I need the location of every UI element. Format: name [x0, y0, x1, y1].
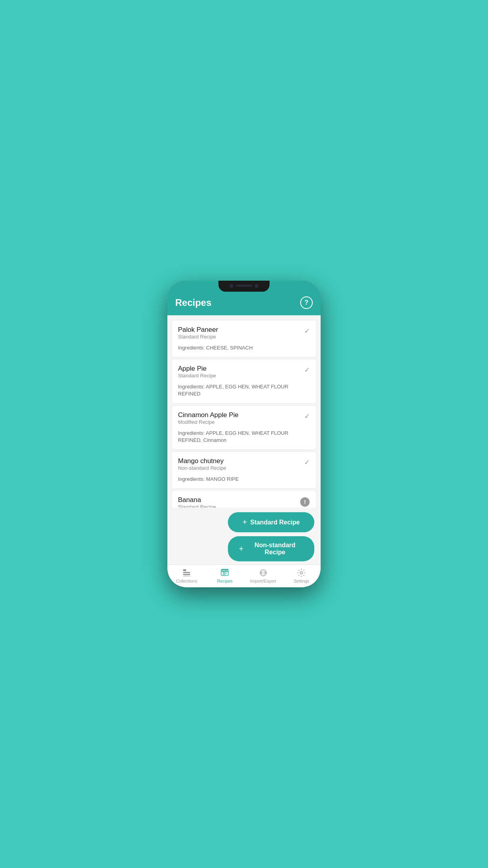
- notch: [218, 281, 270, 292]
- recipe-card-header: Palok Paneer Standard Recipe ✓: [178, 326, 310, 343]
- fab-area: + Standard Recipe + Non-standard Recipe: [167, 508, 321, 565]
- list-item[interactable]: Banana Standard Recipe ! Ingredients: BA…: [171, 490, 317, 508]
- recipe-type: Non-standard Recipe: [178, 465, 226, 471]
- recipe-type: Standard Recipe: [178, 334, 218, 340]
- help-button[interactable]: ?: [300, 296, 313, 309]
- svg-rect-5: [183, 576, 190, 576]
- recipe-card-header: Mango chutney Non-standard Recipe ✓: [178, 457, 310, 474]
- svg-rect-2: [183, 569, 186, 571]
- recipe-name: Banana: [178, 496, 216, 504]
- recipe-name: Palok Paneer: [178, 326, 218, 334]
- recipe-ingredients: Ingredients: CHEESE, SPINACH: [178, 344, 310, 351]
- recipe-ingredients: Ingredients: MANGO RIPE: [178, 476, 310, 483]
- recipe-card-header: Banana Standard Recipe !: [178, 496, 310, 508]
- recipe-info: Cinnamon Apple Pie Modified Recipe: [178, 411, 238, 428]
- nav-import-export[interactable]: Import/Export: [244, 565, 283, 587]
- notch-camera2: [255, 284, 259, 288]
- settings-icon: [297, 568, 306, 577]
- check-icon: ✓: [304, 458, 310, 467]
- nav-collections[interactable]: Collections: [167, 565, 206, 587]
- recipe-type: Modified Recipe: [178, 419, 238, 425]
- nonstandard-recipe-label: Non-standard Recipe: [247, 542, 303, 556]
- collections-icon: [182, 568, 191, 577]
- recipe-info: Apple Pie Standard Recipe: [178, 365, 216, 382]
- notch-speaker: [236, 285, 252, 287]
- recipe-name: Apple Pie: [178, 365, 216, 373]
- notch-camera: [229, 284, 233, 288]
- import-export-icon: [259, 568, 268, 577]
- help-icon: ?: [305, 299, 308, 306]
- recipes-icon: [220, 568, 229, 577]
- nav-collections-label: Collections: [176, 579, 197, 583]
- nav-settings-label: Settings: [294, 579, 309, 583]
- recipe-type: Standard Recipe: [178, 504, 216, 508]
- warning-icon: !: [300, 497, 310, 508]
- svg-rect-4: [183, 574, 190, 575]
- recipe-card-header: Apple Pie Standard Recipe ✓: [178, 365, 310, 382]
- nav-recipes[interactable]: Recipes: [206, 565, 244, 587]
- list-item[interactable]: Apple Pie Standard Recipe ✓ Ingredients:…: [171, 359, 317, 403]
- page-title: Recipes: [175, 297, 211, 308]
- list-item[interactable]: Mango chutney Non-standard Recipe ✓ Ingr…: [171, 451, 317, 489]
- bottom-nav: Collections Recipes: [167, 565, 321, 587]
- recipe-ingredients: Ingredients: APPLE, EGG HEN, WHEAT FLOUR…: [178, 430, 310, 444]
- svg-rect-3: [183, 572, 190, 573]
- nav-import-export-label: Import/Export: [250, 579, 276, 583]
- check-icon: ✓: [304, 366, 310, 374]
- nav-settings[interactable]: Settings: [283, 565, 321, 587]
- recipe-name: Mango chutney: [178, 457, 226, 465]
- phone-screen: Recipes ? Palok Paneer Standard Recipe ✓…: [167, 281, 321, 587]
- recipe-name: Cinnamon Apple Pie: [178, 411, 238, 419]
- plus-icon: +: [242, 518, 247, 527]
- recipe-info: Banana Standard Recipe: [178, 496, 216, 508]
- list-item[interactable]: Cinnamon Apple Pie Modified Recipe ✓ Ing…: [171, 405, 317, 450]
- list-item[interactable]: Palok Paneer Standard Recipe ✓ Ingredien…: [171, 320, 317, 357]
- add-standard-recipe-button[interactable]: + Standard Recipe: [228, 512, 314, 532]
- recipe-info: Palok Paneer Standard Recipe: [178, 326, 218, 343]
- recipe-info: Mango chutney Non-standard Recipe: [178, 457, 226, 474]
- svg-text:!: !: [304, 499, 306, 505]
- recipe-ingredients: Ingredients: APPLE, EGG HEN, WHEAT FLOUR…: [178, 383, 310, 397]
- standard-recipe-label: Standard Recipe: [250, 519, 300, 526]
- phone-frame: Recipes ? Palok Paneer Standard Recipe ✓…: [167, 281, 321, 587]
- plus-icon: +: [239, 544, 244, 554]
- add-nonstandard-recipe-button[interactable]: + Non-standard Recipe: [228, 536, 314, 561]
- recipe-card-header: Cinnamon Apple Pie Modified Recipe ✓: [178, 411, 310, 428]
- svg-point-7: [300, 572, 303, 574]
- check-icon: ✓: [304, 412, 310, 421]
- check-icon: ✓: [304, 327, 310, 335]
- nav-recipes-label: Recipes: [217, 579, 233, 583]
- recipe-type: Standard Recipe: [178, 373, 216, 379]
- recipes-list: Palok Paneer Standard Recipe ✓ Ingredien…: [167, 315, 321, 508]
